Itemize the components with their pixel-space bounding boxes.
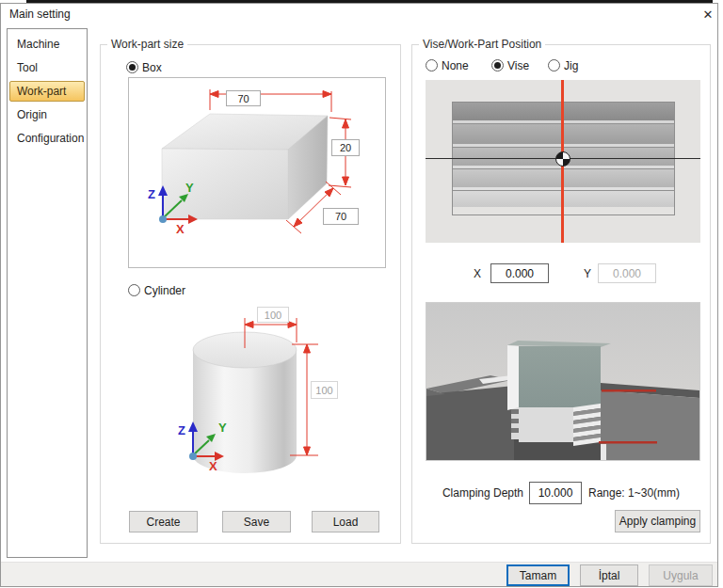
vise-3d-render [426,302,700,461]
axis-y-label: Y [185,181,194,195]
axis-z-label: Z [148,187,155,201]
vise-position-group-title: Vise/Work-Part Position [419,38,545,51]
box-3d-shape [162,114,328,219]
workpart-size-group-title: Work-part size [107,38,187,51]
cylinder-radio-row[interactable]: Cylinder [128,283,185,297]
cylinder-radio-label: Cylinder [144,284,185,297]
vise-top-view[interactable] [426,80,700,243]
cylinder-preview: Z Y X [141,299,377,485]
sidebar-item-work-part[interactable]: Work-part [9,81,85,102]
cylinder-height-input[interactable] [311,381,338,399]
box-radio[interactable] [126,61,138,73]
cylinder-radio[interactable] [128,284,140,296]
cylinder-3d-shape [193,332,297,473]
render-red-line-top [602,389,656,392]
ok-button[interactable]: Tamam [506,564,570,586]
create-button[interactable]: Create [129,511,198,532]
sidebar-item-machine[interactable]: Machine [10,33,84,56]
clamping-depth-input[interactable] [529,482,582,504]
box-preview-svg: Z Y X [129,78,385,267]
render-jaw-block [519,407,573,442]
none-radio-row[interactable]: None [426,58,469,72]
sidebar-item-tool[interactable]: Tool [10,56,84,80]
box-depth-input[interactable] [323,208,359,225]
render-left-jaw [426,375,516,460]
axis-x-label: X [176,222,185,236]
clamping-depth-label: Clamping Depth [422,486,523,500]
jig-radio-row[interactable]: Jig [548,58,578,72]
render-red-line-bottom [599,441,657,444]
vise-render-svg [426,303,699,460]
render-right-serrations [573,404,602,446]
y-position-label: Y [584,267,591,280]
axis-y-label: Y [218,421,227,435]
close-icon[interactable]: ✕ [699,6,717,24]
box-radio-label: Box [142,61,162,74]
none-radio-label: None [442,59,469,72]
render-workpiece [507,341,611,410]
box-width-input[interactable] [226,90,261,106]
load-button[interactable]: Load [312,511,379,532]
save-button[interactable]: Save [222,511,291,532]
jig-radio[interactable] [548,59,560,72]
jig-radio-label: Jig [564,59,578,72]
clamping-range-label: Range: 1~30(mm) [588,486,680,500]
axis-x-label: X [209,459,217,473]
cylinder-diameter-input[interactable] [257,307,289,323]
sidebar-item-origin[interactable]: Origin [10,103,84,127]
axis-z-label: Z [178,423,185,437]
x-position-label: X [474,267,481,280]
render-right-jaw [601,383,699,460]
box-height-input[interactable] [331,139,360,156]
sidebar: Machine Tool Work-part Origin Configurat… [7,28,88,558]
datum-center-marker-icon [555,151,570,167]
x-position-input[interactable] [490,263,549,283]
vise-radio[interactable] [491,59,504,72]
apply-button[interactable]: Uygula [649,564,713,586]
y-position-input[interactable] [598,263,656,283]
window-title: Main setting [9,8,71,21]
background-window-strip [26,0,713,4]
origin-dot [189,453,197,460]
cylinder-preview-svg: Z Y X [141,299,377,485]
cancel-button[interactable]: İptal [580,564,638,586]
vise-radio-label: Vise [507,59,529,72]
sidebar-item-configuration[interactable]: Configuration [10,127,84,151]
origin-dot [159,215,167,223]
box-radio-row[interactable]: Box [126,60,162,74]
none-radio[interactable] [426,59,438,72]
vise-radio-row[interactable]: Vise [491,58,529,72]
apply-clamping-button[interactable]: Apply clamping [615,510,700,532]
